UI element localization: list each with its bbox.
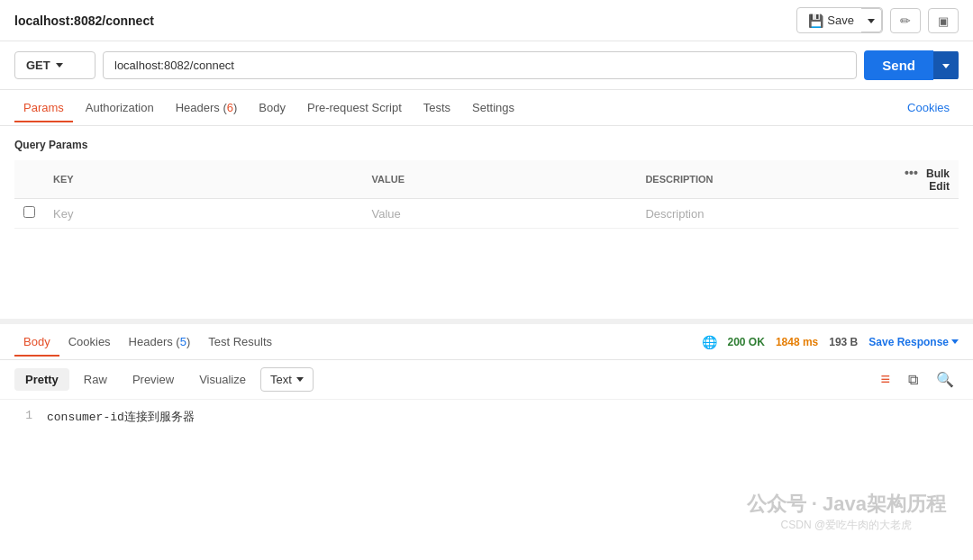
format-select-chevron-icon bbox=[296, 377, 304, 382]
method-label: GET bbox=[26, 59, 50, 72]
format-actions: ≡ ⧉ 🔍 bbox=[876, 368, 959, 391]
comment-button[interactable]: ▣ bbox=[928, 8, 959, 33]
watermark-main: 公众号 · Java架构历程 bbox=[747, 491, 946, 518]
tab-body[interactable]: Body bbox=[250, 94, 295, 122]
globe-icon: 🌐 bbox=[702, 335, 717, 349]
query-params-title: Query Params bbox=[14, 133, 959, 157]
params-table: KEY VALUE DESCRIPTION ••• Bulk Edit Key … bbox=[14, 160, 959, 229]
th-checkbox bbox=[14, 160, 44, 199]
row-actions-cell bbox=[894, 199, 959, 229]
response-status-bar: 🌐 200 OK 1848 ms 193 B Save Response bbox=[702, 335, 959, 349]
status-size: 193 B bbox=[829, 336, 858, 348]
send-main-button[interactable]: Send bbox=[864, 50, 933, 80]
save-button[interactable]: 💾 Save bbox=[796, 7, 883, 33]
tab-authorization[interactable]: Authorization bbox=[77, 94, 163, 122]
copy-button[interactable]: ⧉ bbox=[904, 370, 923, 390]
format-tab-preview[interactable]: Preview bbox=[122, 368, 185, 391]
status-time: 1848 ms bbox=[776, 336, 818, 348]
wrap-button[interactable]: ≡ bbox=[876, 368, 895, 391]
tab-pre-request[interactable]: Pre-request Script bbox=[298, 94, 411, 122]
line-numbers: 1 bbox=[14, 409, 32, 425]
comment-icon: ▣ bbox=[938, 14, 949, 28]
more-icon[interactable]: ••• bbox=[905, 166, 918, 180]
url-bar: GET Send bbox=[0, 41, 973, 90]
format-tabs-bar: Pretty Raw Preview Visualize Text ≡ ⧉ 🔍 bbox=[0, 360, 973, 400]
status-ok: 200 OK bbox=[728, 336, 765, 348]
row-checkbox[interactable] bbox=[23, 206, 35, 218]
edit-button[interactable]: ✏ bbox=[890, 8, 921, 33]
format-tab-raw[interactable]: Raw bbox=[73, 368, 118, 391]
search-icon: 🔍 bbox=[936, 372, 954, 387]
watermark-sub: CSDN @爱吃牛肉的大老虎 bbox=[747, 518, 946, 533]
row-key-cell[interactable]: Key bbox=[44, 199, 363, 229]
response-tab-test-results[interactable]: Test Results bbox=[199, 328, 281, 356]
response-tab-cookies[interactable]: Cookies bbox=[59, 328, 120, 356]
format-tab-visualize[interactable]: Visualize bbox=[188, 368, 257, 391]
code-content: consumer-id连接到服务器 bbox=[47, 409, 959, 425]
response-tab-headers[interactable]: Headers (5) bbox=[120, 328, 200, 356]
edit-icon: ✏ bbox=[900, 14, 911, 28]
th-value: VALUE bbox=[363, 160, 637, 199]
search-button[interactable]: 🔍 bbox=[932, 369, 959, 390]
tab-params[interactable]: Params bbox=[14, 94, 73, 122]
save-chevron[interactable] bbox=[861, 8, 882, 32]
method-chevron-icon bbox=[56, 63, 63, 68]
row-value-cell[interactable]: Value bbox=[363, 199, 637, 229]
response-tabs-bar: Body Cookies Headers (5) Test Results 🌐 … bbox=[0, 324, 973, 360]
title-actions: 💾 Save ✏ ▣ bbox=[796, 7, 959, 33]
format-select[interactable]: Text bbox=[260, 367, 314, 392]
send-button[interactable]: Send bbox=[864, 50, 959, 80]
method-select[interactable]: GET bbox=[14, 51, 95, 79]
query-params-section: Query Params KEY VALUE DESCRIPTION ••• B… bbox=[0, 126, 973, 229]
wrap-icon: ≡ bbox=[880, 370, 890, 388]
bulk-edit-link[interactable]: Bulk Edit bbox=[926, 167, 950, 193]
title-bar: localhost:8082/connect 💾 Save ✏ ▣ bbox=[0, 0, 973, 41]
spacer bbox=[0, 229, 973, 319]
send-chevron-icon bbox=[942, 64, 950, 68]
request-tabs: Params Authorization Headers (6) Body Pr… bbox=[0, 90, 973, 126]
save-response-button[interactable]: Save Response bbox=[868, 336, 959, 348]
th-key: KEY bbox=[44, 160, 363, 199]
send-chevron-button[interactable] bbox=[933, 51, 959, 79]
page-title: localhost:8082/connect bbox=[14, 14, 154, 28]
tab-cookies[interactable]: Cookies bbox=[898, 94, 959, 122]
tab-headers[interactable]: Headers (6) bbox=[167, 94, 247, 122]
th-description: DESCRIPTION bbox=[636, 160, 893, 199]
code-area: 1 consumer-id连接到服务器 bbox=[0, 400, 973, 434]
watermark: 公众号 · Java架构历程 CSDN @爱吃牛肉的大老虎 bbox=[747, 491, 946, 533]
row-description-cell[interactable]: Description bbox=[636, 199, 893, 229]
url-input[interactable] bbox=[103, 51, 857, 79]
tab-settings[interactable]: Settings bbox=[463, 94, 523, 122]
save-icon: 💾 bbox=[808, 14, 823, 28]
tab-tests[interactable]: Tests bbox=[414, 94, 459, 122]
row-checkbox-cell bbox=[14, 199, 44, 229]
save-response-chevron-icon bbox=[951, 339, 959, 344]
response-tab-body[interactable]: Body bbox=[14, 328, 59, 356]
table-row: Key Value Description bbox=[14, 199, 959, 229]
th-actions: ••• Bulk Edit bbox=[894, 160, 959, 199]
format-tab-pretty[interactable]: Pretty bbox=[14, 368, 69, 391]
copy-icon: ⧉ bbox=[908, 372, 918, 387]
